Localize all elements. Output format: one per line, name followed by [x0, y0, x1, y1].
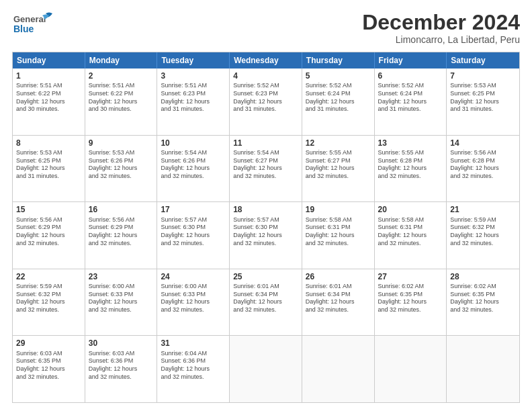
cell-text: Sunrise: 6:02 AM	[378, 283, 443, 291]
calendar-cell	[302, 336, 375, 402]
header: General Blue December 2024 Limoncarro, L…	[12, 11, 520, 45]
cell-text: Daylight: 12 hours	[161, 298, 226, 306]
cell-text: Sunrise: 5:55 AM	[306, 149, 371, 157]
cell-text: and 32 minutes.	[378, 306, 443, 314]
cell-text: and 32 minutes.	[378, 173, 443, 181]
day-number: 8	[16, 138, 81, 148]
calendar-cell: 9Sunrise: 5:53 AMSunset: 6:26 PMDaylight…	[85, 136, 158, 202]
cell-text: Daylight: 12 hours	[89, 165, 154, 173]
calendar-header: SundayMondayTuesdayWednesdayThursdayFrid…	[13, 52, 519, 68]
cell-text: Sunrise: 5:51 AM	[161, 82, 226, 90]
cell-text: Daylight: 12 hours	[378, 165, 443, 173]
day-number: 4	[233, 71, 298, 81]
cell-text: Daylight: 12 hours	[16, 165, 81, 173]
cell-text: Sunset: 6:23 PM	[233, 90, 298, 98]
cell-text: and 32 minutes.	[16, 240, 81, 248]
calendar-cell: 13Sunrise: 5:55 AMSunset: 6:28 PMDayligh…	[375, 136, 447, 202]
cell-text: Sunset: 6:34 PM	[306, 291, 371, 299]
cell-text: Daylight: 12 hours	[161, 365, 226, 373]
cell-text: Sunrise: 6:02 AM	[450, 283, 516, 291]
cell-text: Sunrise: 6:03 AM	[16, 350, 81, 358]
cell-text: Sunrise: 5:53 AM	[450, 82, 516, 90]
header-day-wednesday: Wednesday	[230, 52, 302, 68]
day-number: 27	[378, 271, 443, 282]
cell-text: and 31 minutes.	[161, 105, 226, 113]
cell-text: Sunset: 6:25 PM	[16, 157, 81, 165]
cell-text: Sunset: 6:27 PM	[306, 157, 371, 165]
cell-text: and 32 minutes.	[233, 173, 298, 181]
cell-text: Sunrise: 5:56 AM	[450, 149, 516, 157]
cell-text: and 31 minutes.	[378, 105, 443, 113]
cell-text: Sunset: 6:34 PM	[233, 291, 298, 299]
day-number: 5	[306, 71, 371, 81]
cell-text: Sunset: 6:33 PM	[89, 291, 154, 299]
cell-text: Sunrise: 5:52 AM	[306, 82, 371, 90]
day-number: 17	[161, 204, 226, 215]
cell-text: Sunset: 6:24 PM	[378, 90, 443, 98]
cell-text: and 32 minutes.	[233, 240, 298, 248]
cell-text: Sunset: 6:28 PM	[450, 157, 516, 165]
calendar-cell: 4Sunrise: 5:52 AMSunset: 6:23 PMDaylight…	[230, 68, 302, 135]
calendar-cell: 23Sunrise: 6:00 AMSunset: 6:33 PMDayligh…	[85, 269, 158, 336]
cell-text: and 32 minutes.	[161, 240, 226, 248]
header-day-tuesday: Tuesday	[157, 52, 230, 68]
day-number: 6	[378, 71, 443, 81]
cell-text: Daylight: 12 hours	[89, 232, 154, 240]
cell-text: Sunrise: 5:52 AM	[378, 82, 443, 90]
cell-text: and 32 minutes.	[89, 173, 154, 181]
calendar: SundayMondayTuesdayWednesdayThursdayFrid…	[12, 52, 520, 403]
cell-text: and 32 minutes.	[306, 173, 371, 181]
page: General Blue December 2024 Limoncarro, L…	[0, 0, 532, 411]
calendar-cell: 24Sunrise: 6:00 AMSunset: 6:33 PMDayligh…	[157, 269, 230, 336]
cell-text: Sunset: 6:27 PM	[233, 157, 298, 165]
day-number: 22	[16, 271, 81, 282]
cell-text: Sunset: 6:35 PM	[16, 357, 81, 365]
svg-text:Blue: Blue	[13, 24, 34, 34]
cell-text: Sunrise: 5:56 AM	[16, 216, 81, 224]
cell-text: Daylight: 12 hours	[233, 298, 298, 306]
day-number: 1	[16, 71, 81, 81]
cell-text: Sunset: 6:29 PM	[89, 224, 154, 232]
cell-text: Sunset: 6:35 PM	[450, 291, 516, 299]
cell-text: Sunrise: 5:54 AM	[233, 149, 298, 157]
header-day-friday: Friday	[375, 52, 447, 68]
cell-text: Daylight: 12 hours	[89, 365, 154, 373]
cell-text: and 32 minutes.	[233, 306, 298, 314]
calendar-cell: 18Sunrise: 5:57 AMSunset: 6:30 PMDayligh…	[230, 202, 302, 269]
cell-text: and 30 minutes.	[89, 105, 154, 113]
cell-text: Daylight: 12 hours	[450, 298, 516, 306]
cell-text: Daylight: 12 hours	[89, 98, 154, 106]
calendar-row-2: 8Sunrise: 5:53 AMSunset: 6:25 PMDaylight…	[13, 135, 519, 202]
cell-text: Daylight: 12 hours	[306, 232, 371, 240]
calendar-cell: 15Sunrise: 5:56 AMSunset: 6:29 PMDayligh…	[13, 202, 85, 269]
cell-text: and 32 minutes.	[161, 373, 226, 381]
location: Limoncarro, La Libertad, Peru	[362, 34, 520, 45]
day-number: 16	[89, 204, 154, 215]
header-day-thursday: Thursday	[302, 52, 375, 68]
cell-text: and 32 minutes.	[306, 240, 371, 248]
cell-text: and 31 minutes.	[450, 105, 516, 113]
cell-text: and 32 minutes.	[89, 373, 154, 381]
cell-text: Sunrise: 5:53 AM	[89, 149, 154, 157]
cell-text: Sunset: 6:22 PM	[16, 90, 81, 98]
day-number: 11	[233, 138, 298, 148]
cell-text: Daylight: 12 hours	[306, 165, 371, 173]
calendar-cell: 29Sunrise: 6:03 AMSunset: 6:35 PMDayligh…	[13, 336, 85, 402]
cell-text: Daylight: 12 hours	[450, 232, 516, 240]
calendar-cell: 16Sunrise: 5:56 AMSunset: 6:29 PMDayligh…	[85, 202, 158, 269]
calendar-cell: 28Sunrise: 6:02 AMSunset: 6:35 PMDayligh…	[447, 269, 519, 336]
cell-text: and 31 minutes.	[306, 105, 371, 113]
cell-text: Daylight: 12 hours	[233, 165, 298, 173]
cell-text: Sunset: 6:24 PM	[306, 90, 371, 98]
cell-text: Sunrise: 6:04 AM	[161, 350, 226, 358]
cell-text: and 30 minutes.	[16, 105, 81, 113]
svg-text:General: General	[13, 14, 46, 24]
cell-text: Daylight: 12 hours	[306, 298, 371, 306]
calendar-cell: 10Sunrise: 5:54 AMSunset: 6:26 PMDayligh…	[157, 136, 230, 202]
cell-text: Sunrise: 5:57 AM	[233, 216, 298, 224]
cell-text: Sunset: 6:32 PM	[450, 224, 516, 232]
day-number: 23	[89, 271, 154, 282]
cell-text: Sunrise: 5:53 AM	[16, 149, 81, 157]
calendar-cell: 5Sunrise: 5:52 AMSunset: 6:24 PMDaylight…	[302, 68, 375, 135]
cell-text: Daylight: 12 hours	[161, 165, 226, 173]
